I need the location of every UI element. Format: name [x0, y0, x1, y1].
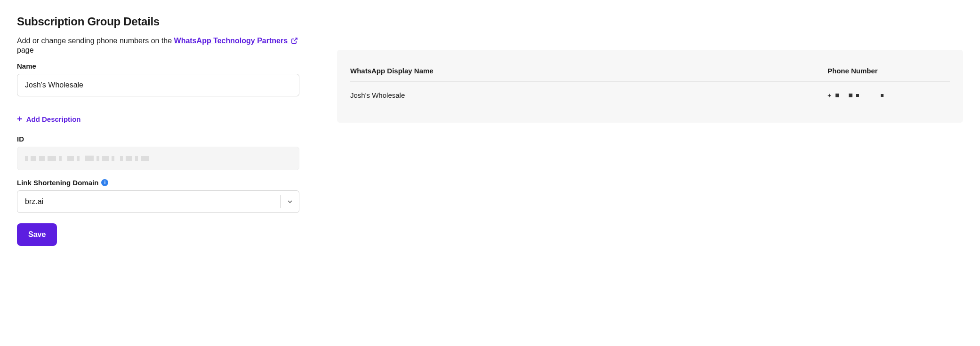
link-domain-label: Link Shortening Domain: [17, 179, 98, 187]
add-description-button[interactable]: + Add Description: [17, 112, 81, 126]
col-header-phone: Phone Number: [827, 67, 950, 75]
subtitle-suffix: page: [17, 46, 34, 54]
row-phone: +: [827, 91, 950, 99]
save-button[interactable]: Save: [17, 223, 57, 246]
phone-prefix: +: [827, 91, 832, 99]
external-link-icon: [291, 37, 298, 46]
link-domain-select[interactable]: brz.ai: [17, 190, 299, 213]
svg-line-0: [294, 38, 297, 41]
technology-partners-link[interactable]: WhatsApp Technology Partners: [174, 37, 298, 45]
plus-icon: +: [17, 114, 23, 124]
link-domain-value: brz.ai: [25, 197, 43, 205]
table-row: Josh's Wholesale +: [350, 87, 950, 103]
col-header-display-name: WhatsApp Display Name: [350, 67, 827, 75]
subtitle-prefix: Add or change sending phone numbers on t…: [17, 37, 174, 45]
name-input[interactable]: [17, 74, 299, 96]
add-description-label: Add Description: [26, 115, 81, 123]
phone-numbers-table: WhatsApp Display Name Phone Number Josh'…: [337, 50, 963, 123]
id-field: [17, 147, 299, 170]
row-display-name: Josh's Wholesale: [350, 91, 827, 99]
info-icon[interactable]: i: [101, 179, 108, 186]
technology-partners-link-text: WhatsApp Technology Partners: [174, 37, 288, 45]
name-label: Name: [17, 62, 299, 70]
id-label: ID: [17, 135, 299, 143]
page-title: Subscription Group Details: [17, 15, 299, 28]
subtitle: Add or change sending phone numbers on t…: [17, 37, 299, 55]
